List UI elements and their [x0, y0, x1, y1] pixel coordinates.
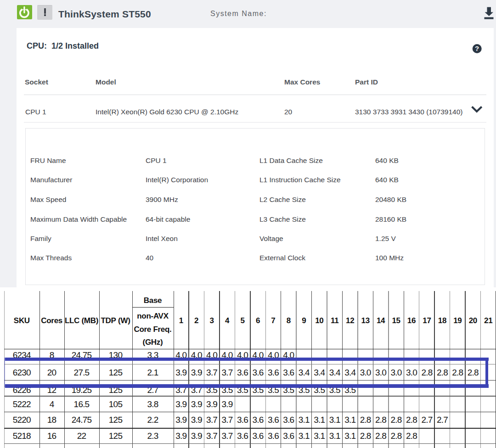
svg-text:?: ? — [475, 45, 479, 52]
